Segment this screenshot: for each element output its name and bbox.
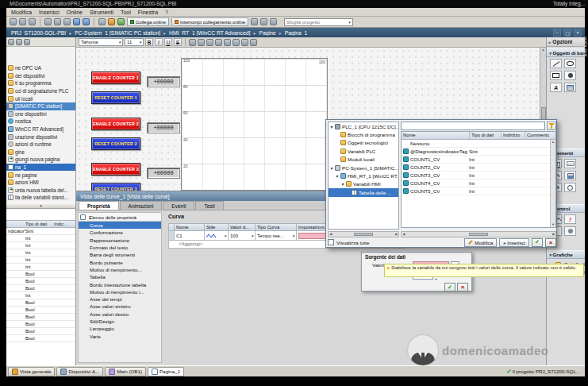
tag-row[interactable]: Bool: [6, 328, 75, 335]
start-runtime-icon[interactable]: [117, 18, 125, 25]
property-nav-item[interactable]: Varie: [79, 332, 161, 339]
collapse-left-icon[interactable]: [548, 39, 551, 44]
close-icon[interactable]: [574, 29, 582, 37]
menu-item[interactable]: Tool: [121, 10, 131, 15]
user-control-icon[interactable]: [564, 226, 576, 236]
font-family-select[interactable]: Tahoma: [79, 38, 123, 46]
tag-row[interactable]: Int: [6, 292, 75, 299]
show-all-checkbox[interactable]: [328, 239, 334, 245]
property-nav-item[interactable]: Lampeggio: [79, 325, 161, 332]
border-color-icon[interactable]: [233, 39, 240, 46]
tag-row[interactable]: Int: [6, 242, 75, 249]
save-project-icon[interactable]: [19, 18, 26, 25]
trend-view-object[interactable]: 10080604020 100: [181, 58, 328, 191]
menu-item[interactable]: ?: [165, 10, 168, 15]
tree-item[interactable]: ne pagine: [6, 171, 75, 179]
underline-button[interactable]: U: [164, 38, 172, 46]
align-center-icon[interactable]: [215, 39, 222, 46]
io-field-3[interactable]: +00000: [147, 168, 180, 179]
simulation-icon[interactable]: [251, 18, 258, 25]
details-view-icon[interactable]: [8, 39, 14, 45]
collapse-all-icon[interactable]: [24, 39, 30, 45]
tree-item[interactable]: unta nuova tabella del...: [6, 187, 75, 195]
bold-button[interactable]: B: [145, 38, 153, 46]
strikethrough-button[interactable]: S: [174, 38, 182, 46]
menu-item[interactable]: Inserisci: [39, 10, 60, 15]
enable-counter-1-button[interactable]: ENABLE COUNTER 1: [91, 71, 140, 84]
tree-item[interactable]: one dispositivi: [6, 110, 75, 118]
reset-counter-1-button[interactable]: RESET COUNTER 1: [91, 91, 140, 104]
dialog-tree-item[interactable]: Oggetti tecnologici: [329, 139, 398, 147]
scrollbar-thumb[interactable]: [354, 233, 373, 236]
maximize-icon[interactable]: [563, 29, 571, 37]
tree-item[interactable]: cci di segnalazione PLC: [6, 87, 75, 95]
tree-item[interactable]: nostica: [6, 118, 75, 125]
tag-row[interactable]: Int: [6, 264, 75, 271]
tag-row[interactable]: Bool: [6, 307, 75, 314]
scroll-up-icon[interactable]: [542, 48, 545, 52]
tag-grid-hscrollbar[interactable]: [401, 231, 556, 237]
menu-item[interactable]: Online: [67, 10, 83, 15]
tag-grid-row[interactable]: Nessuno: [402, 140, 555, 148]
tree-item[interactable]: lla delle variabili stand...: [6, 194, 75, 202]
clock-tool-icon[interactable]: [564, 183, 576, 192]
circle-tool-icon[interactable]: [564, 71, 576, 80]
property-nav-item[interactable]: Bordo pulsante: [79, 258, 161, 265]
tag-grid-vscrollbar[interactable]: [550, 140, 555, 227]
breadcrumb-item[interactable]: PC-System_1 [SIMATIC PC station]: [66, 30, 160, 36]
tag-grid-row[interactable]: COUNT3_CV Int: [402, 172, 555, 179]
tree-item[interactable]: urazione dispositivi: [6, 133, 75, 141]
property-nav-item[interactable]: Asse valori destro: [79, 311, 161, 318]
redo-icon[interactable]: [83, 18, 90, 25]
rectangle-tool-icon[interactable]: [550, 71, 562, 80]
tree-item[interactable]: gine: [6, 149, 75, 156]
dialog-tree-item[interactable]: Moduli locali: [329, 156, 398, 164]
section-basic-objects[interactable]: Oggetti di base: [547, 48, 585, 57]
dialog-tree-item[interactable]: HMI_RT_1 [WinCC RT...: [329, 172, 398, 179]
align-right-icon[interactable]: [224, 39, 231, 46]
scrollbar-thumb[interactable]: [469, 233, 488, 236]
button-tool-icon[interactable]: [564, 159, 576, 168]
tag-row[interactable]: Int: [6, 257, 75, 264]
editor-tab[interactable]: Pagina_1: [148, 367, 184, 376]
property-nav-item[interactable]: Tabella: [79, 273, 161, 280]
window-layout-icon[interactable]: [270, 18, 277, 25]
edit-button[interactable]: Modifica: [464, 238, 497, 247]
chevron-down-icon[interactable]: [348, 19, 351, 25]
tree-item[interactable]: uli locali: [6, 95, 75, 102]
paste-icon[interactable]: [63, 18, 71, 25]
italic-button[interactable]: I: [155, 38, 163, 46]
dialog-confirm-button[interactable]: [532, 238, 543, 247]
inspector-tab[interactable]: Proprietà: [79, 201, 119, 210]
confirm-button[interactable]: [444, 283, 455, 291]
tag-grid-row[interactable]: @DiagnosticsIndicatorTag Sint: [402, 148, 555, 156]
dialog-tree-hscrollbar[interactable]: [328, 231, 399, 237]
go-online-button[interactable]: Collega online: [127, 17, 169, 26]
tree-item[interactable]: ti su programma: [6, 79, 75, 87]
dialog-cancel-button[interactable]: [545, 238, 556, 247]
menu-item[interactable]: Modifica: [11, 10, 32, 15]
enable-counter-3-button[interactable]: ENABLE COUNTER 3: [91, 163, 140, 176]
property-nav-item[interactable]: Motivo di riempimento...: [79, 266, 161, 273]
dialog-tree-item[interactable]: Variabili HMI: [329, 180, 398, 188]
tag-grid-row[interactable]: COUNT2_CV Int: [402, 164, 555, 172]
dialog-tree-item[interactable]: Blocchi di programma: [329, 130, 398, 138]
tag-grid-row[interactable]: COUNT4_CV Int: [402, 179, 555, 187]
tag-row[interactable]: Int: [6, 249, 75, 257]
tag-row[interactable]: Bool: [6, 314, 75, 321]
layer-order-icon[interactable]: [250, 39, 257, 46]
line-tool-icon[interactable]: [550, 59, 562, 68]
tree-item[interactable]: WinCC RT Advanced]: [6, 125, 75, 133]
reset-counter-3-button[interactable]: RESET COUNTER 3: [91, 183, 140, 191]
compile-icon[interactable]: [98, 18, 106, 25]
editor-tab[interactable]: Dispositivi &...: [56, 367, 103, 376]
reset-counter-2-button[interactable]: RESET COUNTER 2: [91, 137, 140, 150]
curve-name-cell[interactable]: C1: [175, 231, 205, 241]
tag-row[interactable]: Bool: [6, 299, 75, 307]
dialog-tree-item[interactable]: Variabili PLC: [329, 147, 398, 155]
enable-counter-2-button[interactable]: ENABLE COUNTER 2: [91, 118, 140, 130]
breadcrumb-item[interactable]: Pagine: [250, 30, 275, 36]
dialog-tree-item[interactable]: PLC_1 [CPU 1215C DC]...: [329, 122, 398, 130]
tag-row[interactable]: Bool: [6, 321, 75, 328]
undo-icon[interactable]: [73, 18, 80, 25]
